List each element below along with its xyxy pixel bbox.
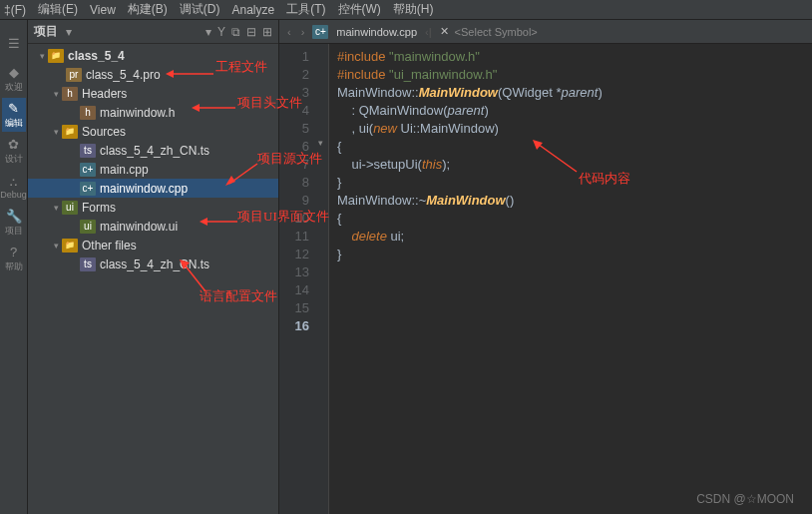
tree-source-main[interactable]: c+main.cpp (28, 160, 278, 179)
tree-form-file[interactable]: uimainwindow.ui (28, 217, 278, 236)
debug-icon: ⛬ (6, 174, 22, 190)
activity-project[interactable]: 🔧项目 (2, 206, 26, 240)
tree-header-file[interactable]: hmainwindow.h (28, 103, 278, 122)
edit-icon: ✎ (6, 101, 22, 117)
tree-other[interactable]: ▾📁Other files (28, 236, 278, 255)
activity-welcome[interactable]: ◆欢迎 (2, 62, 26, 96)
ts-file-icon: ts (80, 144, 96, 158)
tree-source-mainwindow[interactable]: c+mainwindow.cpp (28, 179, 278, 198)
symbol-selector[interactable]: <Select Symbol> (455, 26, 538, 38)
sources-folder-icon: 📁 (62, 125, 78, 139)
activity-bar: ☰ ◆欢迎 ✎编辑 ✿设计 ⛬Debug 🔧项目 ?帮助 (0, 20, 28, 514)
code-area[interactable]: 12345678910111213141516 ▾ #include "main… (279, 44, 812, 514)
activity-help[interactable]: ?帮助 (2, 242, 26, 275)
editor-tab[interactable]: c+ mainwindow.cpp (312, 25, 417, 39)
tool-collapse-icon[interactable]: ⊟ (246, 25, 256, 39)
tree-pro-file[interactable]: prclass_5_4.pro (28, 65, 278, 84)
source-text[interactable]: #include "mainwindow.h"#include "ui_main… (329, 44, 812, 514)
other-folder-icon: 📁 (62, 239, 78, 253)
pro-file-icon: pr (66, 68, 82, 82)
activity-menu[interactable]: ☰ (2, 26, 26, 60)
tool-y-icon[interactable]: Y (217, 25, 225, 39)
activity-edit[interactable]: ✎编辑 (2, 98, 26, 132)
sidebar-header: 项目 ▾ ▾ Y ⧉ ⊟ ⊞ (28, 20, 278, 44)
nav-forward-icon[interactable]: › (299, 26, 307, 38)
activity-design[interactable]: ✿设计 (2, 134, 26, 168)
tree-root[interactable]: ▾📁class_5_4 (28, 46, 278, 65)
cpp-file-icon: c+ (80, 182, 96, 196)
tab-label: mainwindow.cpp (336, 26, 417, 38)
forms-folder-icon: ui (62, 201, 78, 215)
tool-link-icon[interactable]: ⧉ (231, 25, 240, 39)
tree-forms[interactable]: ▾uiForms (28, 198, 278, 217)
menu-debug[interactable]: 调试(D) (180, 1, 220, 18)
line-gutter: 12345678910111213141516 (279, 44, 317, 514)
help-icon: ? (6, 245, 22, 260)
menubar: ‡(F) 编辑(E) View 构建(B) 调试(D) Analyze 工具(T… (0, 0, 812, 20)
menu-tools[interactable]: 工具(T) (286, 1, 325, 18)
chevron-down-icon: ▾ (50, 127, 62, 137)
tab-close-icon[interactable]: ✕ (440, 25, 449, 38)
editor-toolbar: ‹ › c+ mainwindow.cpp ‹| ✕ <Select Symbo… (279, 20, 812, 44)
fold-column: ▾ (317, 44, 329, 514)
hamburger-icon: ☰ (6, 35, 22, 51)
headers-folder-icon: h (62, 87, 78, 101)
menu-help[interactable]: 帮助(H) (393, 1, 434, 18)
tree-source-ts[interactable]: tsclass_5_4_zh_CN.ts (28, 141, 278, 160)
chevron-down-icon: ▾ (50, 89, 62, 99)
folder-icon: 📁 (48, 49, 64, 63)
h-file-icon: h (80, 106, 96, 120)
chevron-down-icon: ▾ (36, 51, 48, 61)
tool-split-icon[interactable]: ⊞ (262, 25, 272, 39)
ui-file-icon: ui (80, 220, 96, 234)
fold-marker-icon[interactable]: ▾ (318, 138, 323, 148)
editor-pane: ‹ › c+ mainwindow.cpp ‹| ✕ <Select Symbo… (279, 20, 812, 514)
nav-back-icon[interactable]: ‹ (285, 26, 293, 38)
tree-sources[interactable]: ▾📁Sources (28, 122, 278, 141)
sidebar-selector[interactable]: ▾ (66, 25, 72, 39)
design-icon: ✿ (6, 137, 22, 153)
activity-debug[interactable]: ⛬Debug (2, 170, 26, 204)
sidebar: 项目 ▾ ▾ Y ⧉ ⊟ ⊞ ▾📁class_5_4 prclass_5_4.p… (28, 20, 279, 514)
project-tree: ▾📁class_5_4 prclass_5_4.pro ▾hHeaders hm… (28, 44, 278, 514)
menu-build[interactable]: 构建(B) (128, 1, 168, 18)
cpp-file-icon: c+ (80, 163, 96, 177)
menu-view[interactable]: View (90, 3, 116, 17)
welcome-icon: ◆ (6, 65, 22, 81)
menu-file[interactable]: ‡(F) (4, 3, 26, 17)
tool-filter-icon[interactable]: ▾ (205, 25, 211, 39)
watermark: CSDN @☆MOON (696, 492, 794, 506)
chevron-down-icon: ▾ (50, 203, 62, 213)
cpp-file-icon: c+ (312, 25, 328, 39)
project-icon: 🔧 (6, 209, 22, 225)
ts-file-icon: ts (80, 257, 96, 271)
menu-edit[interactable]: 编辑(E) (38, 1, 78, 18)
tree-other-file[interactable]: tsclass_5_4_zh_CN.ts (28, 255, 278, 273)
menu-analyze[interactable]: Analyze (231, 3, 274, 17)
menu-widgets[interactable]: 控件(W) (338, 1, 381, 18)
chevron-down-icon: ▾ (50, 241, 62, 251)
sidebar-title: 项目 (34, 23, 58, 40)
tree-headers[interactable]: ▾hHeaders (28, 84, 278, 103)
